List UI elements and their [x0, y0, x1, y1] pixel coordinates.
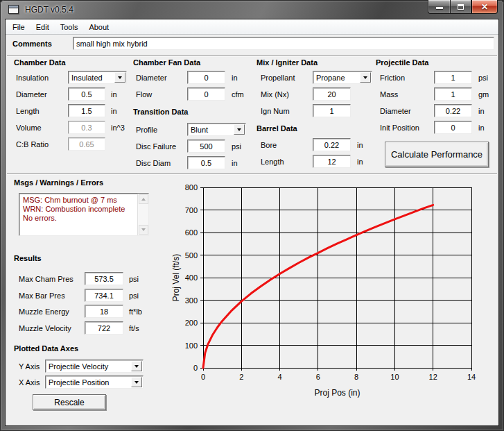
profile-combo[interactable]: Blunt: [187, 123, 246, 136]
bore-input[interactable]: [313, 138, 351, 151]
caption-buttons: ✕: [428, 0, 498, 14]
message-line: No errors.: [20, 213, 137, 222]
svg-text:10: 10: [390, 373, 399, 381]
disc-diam-input[interactable]: [187, 156, 225, 169]
init-position-unit: in: [478, 124, 485, 132]
svg-text:4: 4: [278, 373, 282, 381]
bore-unit: in: [357, 141, 363, 149]
svg-text:Proj Vel (ft/s): Proj Vel (ft/s): [171, 254, 181, 302]
friction-input[interactable]: [434, 71, 472, 84]
propellant-label: Propellant: [261, 74, 295, 82]
transition-data-header: Transition Data: [133, 108, 188, 116]
muzzle-energy-label: Muzzle Energy: [19, 307, 69, 316]
menu-item-about[interactable]: About: [83, 21, 114, 33]
muzzle-energy-unit: ft*lb: [129, 307, 142, 316]
divider: [7, 174, 497, 175]
messages-listbox[interactable]: MSG: Chm burnout @ 7 msWRN: Combustion i…: [19, 193, 149, 236]
init-position-input[interactable]: [434, 121, 472, 134]
x-axis-label: X Axis: [19, 378, 40, 387]
plotted-axes-header: Plotted Data Axes: [14, 344, 78, 353]
close-button[interactable]: ✕: [471, 0, 498, 14]
menubar: File Edit Tools About: [6, 19, 498, 35]
barrel-length-unit: in: [357, 158, 363, 166]
comments-label: Comments: [12, 40, 52, 48]
chamber-diameter-input[interactable]: [68, 87, 105, 101]
scrollbar[interactable]: [137, 194, 148, 235]
disc-failure-label: Disc Failure: [136, 142, 176, 151]
barrel-data-header: Barrel Data: [257, 124, 297, 133]
svg-text:500: 500: [185, 251, 198, 260]
chamber-length-input[interactable]: [68, 104, 105, 117]
chevron-down-icon[interactable]: [360, 72, 371, 83]
chamber-volume-unit: in^3: [111, 124, 125, 132]
menu-item-file[interactable]: File: [7, 21, 31, 33]
chevron-down-icon[interactable]: [131, 361, 142, 371]
max-cham-pres-value: [85, 272, 123, 285]
max-bar-pres-value: [85, 289, 123, 302]
propellant-combo[interactable]: Propane: [313, 71, 372, 84]
cb-ratio-label: C:B Ratio: [16, 140, 49, 149]
fan-diameter-input[interactable]: [187, 71, 225, 84]
svg-text:100: 100: [185, 341, 198, 350]
friction-label: Friction: [380, 74, 405, 82]
svg-text:0: 0: [201, 373, 205, 381]
mix-igniter-header: Mix / Igniter Data: [257, 58, 318, 67]
y-axis-combo[interactable]: Projectile Velocity: [45, 360, 144, 373]
max-cham-pres-label: Max Cham Pres: [19, 275, 73, 283]
svg-text:Proj Pos (in): Proj Pos (in): [314, 388, 360, 398]
svg-text:6: 6: [316, 373, 320, 381]
msgs-header: Msgs / Warnings / Errors: [14, 178, 103, 187]
chevron-down-icon[interactable]: [131, 377, 142, 387]
insulation-label: Insulation: [16, 74, 49, 82]
projectile-diameter-input[interactable]: [434, 104, 472, 117]
max-bar-pres-unit: psi: [129, 291, 139, 300]
disc-failure-input[interactable]: [187, 140, 225, 153]
svg-text:12: 12: [429, 373, 437, 381]
barrel-length-label: Length: [261, 158, 284, 166]
muzzle-velocity-unit: ft/s: [129, 324, 139, 332]
barrel-length-input[interactable]: [313, 155, 351, 168]
comments-input[interactable]: [73, 37, 494, 50]
maximize-button[interactable]: [450, 0, 471, 14]
titlebar[interactable]: HGDT v0.5.4 ✕: [0, 0, 504, 19]
svg-text:400: 400: [185, 273, 198, 282]
svg-text:2: 2: [239, 373, 243, 381]
x-axis-combo[interactable]: Projectile Position: [45, 375, 144, 389]
app-window: HGDT v0.5.4 ✕ File Edit Tools About Comm…: [0, 0, 504, 431]
menu-item-edit[interactable]: Edit: [31, 21, 55, 33]
friction-unit: psi: [478, 74, 488, 82]
scroll-down-icon[interactable]: [139, 225, 148, 235]
scroll-up-icon[interactable]: [139, 194, 148, 204]
minimize-button[interactable]: [428, 0, 450, 14]
projectile-diameter-unit: in: [478, 107, 485, 115]
svg-text:200: 200: [185, 319, 198, 327]
ign-num-input[interactable]: [313, 104, 351, 117]
menu-item-tools[interactable]: Tools: [55, 21, 84, 33]
svg-text:300: 300: [185, 296, 198, 305]
mix-nx-input[interactable]: [313, 87, 351, 101]
fan-flow-input[interactable]: [187, 87, 225, 101]
insulation-combo[interactable]: Insulated: [68, 71, 127, 84]
rescale-button[interactable]: Rescale: [33, 394, 106, 410]
window-title: HGDT v0.5.4: [25, 5, 73, 15]
client-area: File Edit Tools About Comments Chamber D…: [6, 19, 498, 425]
maximize-icon: [458, 4, 464, 10]
disc-failure-unit: psi: [232, 142, 241, 151]
results-header: Results: [14, 254, 42, 262]
message-lines: MSG: Chm burnout @ 7 msWRN: Combustion i…: [20, 195, 137, 222]
message-line: WRN: Combustion incomplete: [20, 204, 137, 213]
chevron-down-icon[interactable]: [234, 124, 245, 135]
chamber-diameter-unit: in: [111, 90, 117, 99]
calculate-performance-button[interactable]: Calculate Performance: [385, 142, 489, 167]
mass-label: Mass: [380, 90, 398, 99]
chamber-volume-label: Volume: [16, 124, 42, 132]
chevron-down-icon[interactable]: [114, 72, 125, 83]
cb-ratio-input: [68, 137, 105, 151]
chamber-data-header: Chamber Data: [14, 58, 66, 67]
chamber-length-label: Length: [16, 107, 40, 115]
y-axis-label: Y Axis: [19, 362, 40, 371]
chamber-fan-header: Chamber Fan Data: [133, 58, 200, 67]
app-icon: [8, 5, 19, 14]
projectile-diameter-label: Diameter: [380, 107, 411, 115]
mass-input[interactable]: [434, 87, 472, 101]
